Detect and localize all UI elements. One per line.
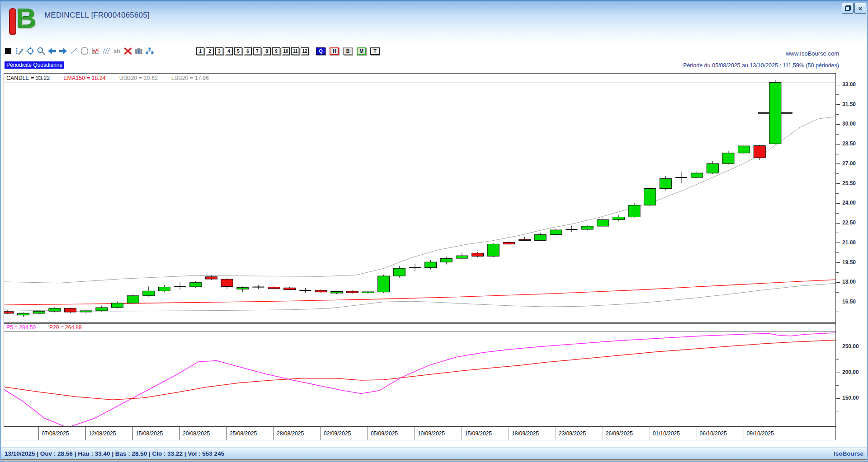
- period-button-M[interactable]: M: [357, 47, 366, 55]
- delete-icon[interactable]: [123, 47, 133, 56]
- arrow-right-icon[interactable]: [58, 47, 68, 56]
- candle-body: [18, 313, 29, 315]
- brand-label: IsoBourse: [834, 450, 863, 457]
- period-button-Q[interactable]: Q: [316, 47, 326, 55]
- ubb20-line: [4, 117, 835, 283]
- axis-tick-label: 28.50: [842, 140, 856, 147]
- axis-tick-label: 250.00: [842, 343, 859, 350]
- candle-body: [143, 291, 155, 296]
- date-tick: [321, 427, 321, 440]
- preset-button-2[interactable]: 2: [206, 47, 214, 55]
- axis-tick-label: 200.00: [842, 369, 859, 375]
- axis-minor-tick: [836, 292, 839, 293]
- hatch-pattern-icon[interactable]: [101, 47, 111, 56]
- layout-tree-icon[interactable]: [145, 47, 155, 56]
- candle-body: [393, 268, 405, 276]
- date-tick: [603, 427, 603, 440]
- axis-minor-tick: [836, 173, 839, 174]
- ellipse-tool-icon[interactable]: [80, 47, 90, 56]
- date-tick: [274, 427, 274, 440]
- axis-minor-tick: [836, 213, 839, 214]
- date-tick: [697, 427, 697, 440]
- candle-body: [331, 292, 343, 294]
- website-link[interactable]: www.IsoBourse.com: [786, 50, 839, 57]
- line-tool-icon[interactable]: [69, 47, 79, 56]
- axis-minor-tick: [836, 312, 839, 312]
- preset-button-10[interactable]: 10: [282, 47, 290, 55]
- date-tick: [368, 427, 368, 440]
- date-axis: 07/08/202512/08/202515/08/202520/08/2025…: [4, 427, 836, 440]
- arrow-left-icon[interactable]: [47, 47, 57, 56]
- preset-button-4[interactable]: 4: [225, 47, 233, 55]
- period-button-B[interactable]: B: [343, 47, 353, 55]
- candle-body: [660, 178, 671, 188]
- crosshair-icon[interactable]: [25, 47, 35, 56]
- axis-minor-tick: [836, 134, 839, 135]
- indicator-panel[interactable]: P5 = 284.50P20 = 264.89: [4, 323, 836, 427]
- preset-button-8[interactable]: 8: [263, 47, 271, 55]
- candle-body: [472, 253, 484, 256]
- price-axis: 33.0031.5030.0028.5027.0025.5024.0022.50…: [836, 73, 868, 323]
- indicator-canvas: [4, 324, 835, 426]
- date-label: 15/09/2025: [465, 430, 492, 437]
- restore-button[interactable]: [842, 3, 854, 14]
- axis-tick: [836, 183, 840, 184]
- filled-square-icon[interactable]: [4, 47, 14, 56]
- axis-minor-tick: [836, 94, 839, 95]
- date-label: 23/09/2025: [559, 430, 586, 437]
- period-button-H[interactable]: H: [330, 47, 339, 55]
- axis-tick: [836, 163, 840, 164]
- preset-button-7[interactable]: 7: [253, 47, 261, 55]
- preset-button-12[interactable]: 12: [301, 47, 309, 55]
- axis-tick: [836, 203, 840, 204]
- preset-button-6[interactable]: 6: [244, 47, 252, 55]
- axis-minor-tick: [836, 359, 839, 360]
- date-label: 06/10/2025: [700, 430, 727, 437]
- candle-body: [221, 279, 233, 286]
- preset-button-1[interactable]: 1: [196, 47, 204, 55]
- date-label: 02/09/2025: [324, 430, 351, 437]
- candle-body: [112, 303, 123, 308]
- axis-tick: [836, 104, 840, 105]
- period-button-T[interactable]: T: [370, 47, 380, 55]
- text-tool-icon[interactable]: ab: [112, 47, 122, 56]
- axis-minor-tick: [836, 252, 839, 253]
- period-buttons-group: QHBMT: [316, 47, 380, 55]
- axis-tick-label: 33.00: [842, 81, 856, 88]
- axis-tick-label: 31.50: [842, 101, 856, 107]
- preset-button-5[interactable]: 5: [234, 47, 242, 55]
- candle-body: [597, 219, 609, 226]
- draw-points-icon[interactable]: [14, 47, 24, 56]
- tool-icons-group: ab: [4, 47, 156, 56]
- date-label: 07/08/2025: [42, 430, 69, 437]
- axis-tick: [836, 373, 840, 373]
- preset-button-3[interactable]: 3: [215, 47, 223, 55]
- indicator-chart-icon[interactable]: [90, 47, 100, 56]
- axis-tick-label: 18.00: [842, 279, 856, 285]
- candle-body: [707, 163, 718, 173]
- candle-body: [237, 288, 249, 289]
- axis-minor-tick: [836, 154, 839, 154]
- main-price-chart[interactable]: CANDLE = 33.22EMA150 = 18.24UBB20 = 30.6…: [4, 73, 836, 323]
- close-button[interactable]: ×: [854, 3, 866, 14]
- camera-icon[interactable]: [134, 47, 144, 56]
- date-tick: [38, 427, 39, 440]
- zoom-icon[interactable]: [36, 47, 46, 56]
- axis-minor-tick: [836, 272, 839, 273]
- axis-tick: [836, 262, 840, 263]
- axis-tick: [836, 347, 840, 347]
- axis-tick-label: 21.00: [842, 239, 856, 246]
- candle-body: [346, 291, 358, 293]
- candle-doji: [409, 267, 421, 268]
- preset-button-11[interactable]: 11: [291, 47, 299, 55]
- candle-body: [503, 243, 515, 244]
- candle-doji: [174, 286, 186, 287]
- axis-tick: [836, 243, 840, 243]
- axis-minor-tick: [836, 114, 839, 115]
- candle-body: [581, 226, 593, 229]
- date-tick: [462, 427, 462, 440]
- periodicity-badge[interactable]: Périodicité Quotidienne: [5, 61, 64, 69]
- preset-button-9[interactable]: 9: [272, 47, 280, 55]
- candle-body: [456, 256, 468, 258]
- window-bottom-edge: [0, 459, 868, 462]
